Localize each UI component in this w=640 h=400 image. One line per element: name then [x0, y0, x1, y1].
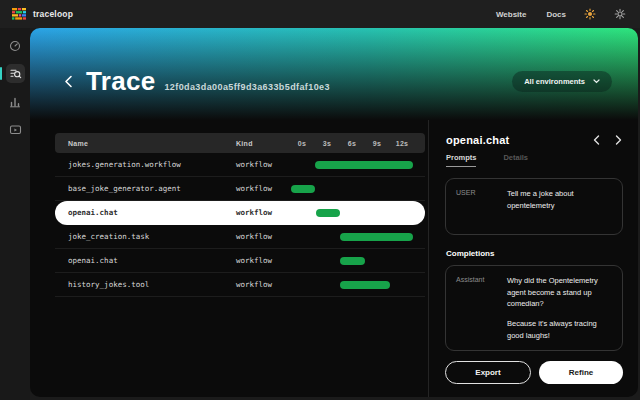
back-chevron-icon[interactable] — [60, 73, 76, 89]
span-name: openai.chat — [55, 256, 236, 265]
active-indicator — [0, 67, 2, 80]
span-kind: workflow — [236, 184, 288, 193]
trace-header: Trace 12f0da3da00a5ff9d3a633b5dfaf10e3 A… — [30, 28, 638, 120]
export-button[interactable]: Export — [445, 361, 531, 384]
message-role: Assistant — [456, 275, 496, 341]
gauge-icon — [9, 40, 21, 52]
table-row[interactable]: jokes.generation.workflow workflow — [55, 153, 425, 177]
time-tick: 9s — [373, 140, 381, 147]
main-panel: Trace 12f0da3da00a5ff9d3a633b5dfaf10e3 A… — [30, 28, 638, 397]
span-name: openai.chat — [55, 208, 236, 217]
span-table: Name Kind 0s3s6s9s12s jokes.generation.w… — [55, 133, 425, 297]
website-link[interactable]: Website — [496, 10, 527, 19]
brand-name: traceloop — [33, 9, 73, 19]
span-detail-panel: openai.chat Prompts Details USER Tell me… — [429, 120, 638, 397]
duration-bar — [291, 185, 315, 193]
duration-bar — [340, 233, 413, 241]
table-row[interactable]: history_jokes.tool workflow — [55, 273, 425, 297]
message-text: Why did the Opentelemetry agent become a… — [507, 275, 612, 341]
sidebar-item-monitors[interactable] — [6, 120, 25, 139]
span-table-header: Name Kind 0s3s6s9s12s — [55, 133, 425, 153]
environment-selector[interactable]: All environments — [512, 71, 612, 92]
duration-bar — [340, 281, 390, 289]
traceloop-logo-icon — [12, 8, 26, 21]
duration-bar — [316, 209, 340, 217]
prev-span-chevron-icon[interactable] — [593, 135, 600, 145]
completions-section: Assistant Why did the Opentelemetry agen… — [445, 265, 623, 355]
column-header-name: Name — [55, 140, 236, 147]
column-header-kind: Kind — [236, 140, 288, 147]
sidebar-item-analytics[interactable] — [6, 92, 25, 111]
message-card: Assistant Why did the Opentelemetry agen… — [445, 265, 623, 351]
table-row[interactable]: joke_creation.task workflow — [55, 225, 425, 249]
prompts-section: USER Tell me a joke about opentelemetry — [445, 178, 623, 239]
time-tick: 3s — [323, 140, 331, 147]
span-table-body: jokes.generation.workflow workflow base_… — [55, 153, 425, 297]
table-row[interactable]: base_joke_generator.agent workflow — [55, 177, 425, 201]
message-role: USER — [456, 188, 496, 225]
duration-bar — [340, 257, 365, 265]
span-kind: workflow — [236, 232, 288, 241]
timeline-axis: 0s3s6s9s12s — [288, 133, 425, 153]
settings-gear-icon[interactable] — [614, 8, 626, 20]
table-row[interactable]: openai.chat workflow — [55, 249, 425, 273]
refine-button[interactable]: Refine — [539, 361, 623, 384]
span-detail-title: openai.chat — [446, 134, 509, 146]
completions-heading: Completions — [446, 249, 622, 258]
monitor-icon — [9, 124, 22, 136]
theme-sun-icon[interactable] — [584, 8, 596, 20]
page-title: Trace — [86, 66, 155, 97]
span-kind: workflow — [236, 208, 288, 217]
span-kind: workflow — [236, 256, 288, 265]
message-card: USER Tell me a joke about opentelemetry — [445, 178, 623, 235]
sidebar-item-traces[interactable] — [6, 64, 25, 83]
next-span-chevron-icon[interactable] — [615, 135, 622, 145]
span-name: history_jokes.tool — [55, 280, 236, 289]
message-text: Tell me a joke about opentelemetry — [507, 188, 612, 225]
time-tick: 6s — [348, 140, 356, 147]
bar-chart-icon — [9, 96, 21, 108]
table-row[interactable]: openai.chat workflow — [55, 201, 425, 225]
span-name: joke_creation.task — [55, 232, 236, 241]
span-kind: workflow — [236, 160, 288, 169]
chevron-down-icon — [593, 79, 600, 84]
duration-bar — [315, 161, 413, 169]
trace-id: 12f0da3da00a5ff9d3a633b5dfaf10e3 — [164, 82, 329, 92]
tab-details[interactable]: Details — [503, 153, 528, 167]
span-name: base_joke_generator.agent — [55, 184, 236, 193]
top-bar: traceloop Website Docs — [0, 0, 640, 28]
tab-prompts[interactable]: Prompts — [446, 153, 476, 167]
time-tick: 0s — [298, 140, 306, 147]
time-tick: 12s — [396, 140, 409, 147]
environment-selector-label: All environments — [524, 77, 585, 86]
span-name: jokes.generation.workflow — [55, 160, 236, 169]
sidebar-item-dashboard[interactable] — [6, 36, 25, 55]
trace-search-icon — [9, 67, 22, 80]
left-nav-rail — [0, 28, 30, 400]
docs-link[interactable]: Docs — [546, 10, 566, 19]
span-kind: workflow — [236, 280, 288, 289]
